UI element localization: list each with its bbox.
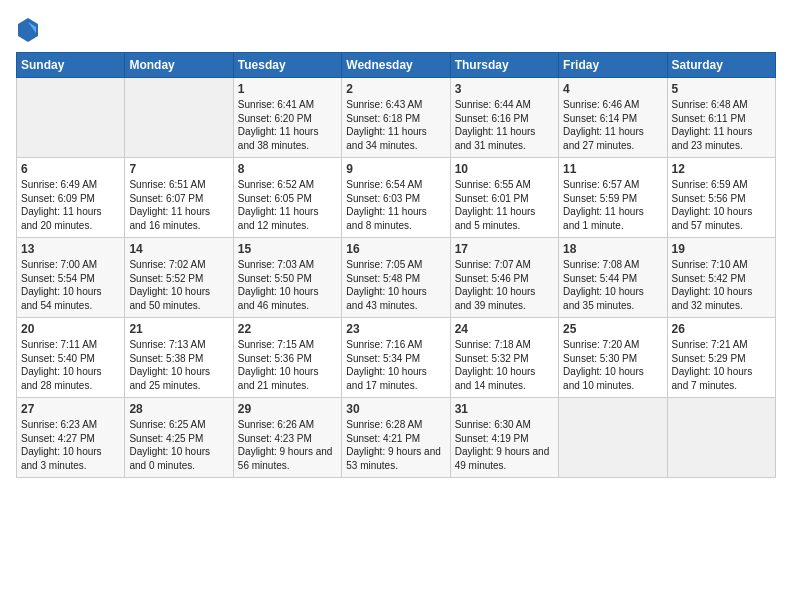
day-number: 22 xyxy=(238,322,337,336)
day-number: 5 xyxy=(672,82,771,96)
day-info: Sunrise: 7:03 AM Sunset: 5:50 PM Dayligh… xyxy=(238,258,337,312)
day-info: Sunrise: 6:23 AM Sunset: 4:27 PM Dayligh… xyxy=(21,418,120,472)
calendar-cell: 27Sunrise: 6:23 AM Sunset: 4:27 PM Dayli… xyxy=(17,398,125,478)
day-number: 29 xyxy=(238,402,337,416)
day-number: 9 xyxy=(346,162,445,176)
calendar-cell: 22Sunrise: 7:15 AM Sunset: 5:36 PM Dayli… xyxy=(233,318,341,398)
calendar-cell: 23Sunrise: 7:16 AM Sunset: 5:34 PM Dayli… xyxy=(342,318,450,398)
day-number: 15 xyxy=(238,242,337,256)
day-info: Sunrise: 7:00 AM Sunset: 5:54 PM Dayligh… xyxy=(21,258,120,312)
calendar-cell xyxy=(559,398,667,478)
day-number: 19 xyxy=(672,242,771,256)
day-info: Sunrise: 7:18 AM Sunset: 5:32 PM Dayligh… xyxy=(455,338,554,392)
calendar-cell: 6Sunrise: 6:49 AM Sunset: 6:09 PM Daylig… xyxy=(17,158,125,238)
day-header-thursday: Thursday xyxy=(450,53,558,78)
day-number: 26 xyxy=(672,322,771,336)
logo-icon xyxy=(16,16,40,44)
calendar-cell: 15Sunrise: 7:03 AM Sunset: 5:50 PM Dayli… xyxy=(233,238,341,318)
day-info: Sunrise: 6:30 AM Sunset: 4:19 PM Dayligh… xyxy=(455,418,554,472)
day-header-saturday: Saturday xyxy=(667,53,775,78)
calendar-cell xyxy=(125,78,233,158)
day-number: 16 xyxy=(346,242,445,256)
day-number: 10 xyxy=(455,162,554,176)
day-info: Sunrise: 6:46 AM Sunset: 6:14 PM Dayligh… xyxy=(563,98,662,152)
day-number: 17 xyxy=(455,242,554,256)
day-number: 18 xyxy=(563,242,662,256)
calendar-cell: 2Sunrise: 6:43 AM Sunset: 6:18 PM Daylig… xyxy=(342,78,450,158)
calendar-week-row: 27Sunrise: 6:23 AM Sunset: 4:27 PM Dayli… xyxy=(17,398,776,478)
calendar-cell: 13Sunrise: 7:00 AM Sunset: 5:54 PM Dayli… xyxy=(17,238,125,318)
day-number: 1 xyxy=(238,82,337,96)
calendar-cell: 26Sunrise: 7:21 AM Sunset: 5:29 PM Dayli… xyxy=(667,318,775,398)
day-number: 28 xyxy=(129,402,228,416)
day-info: Sunrise: 7:15 AM Sunset: 5:36 PM Dayligh… xyxy=(238,338,337,392)
day-info: Sunrise: 6:41 AM Sunset: 6:20 PM Dayligh… xyxy=(238,98,337,152)
day-number: 11 xyxy=(563,162,662,176)
calendar-cell xyxy=(667,398,775,478)
day-info: Sunrise: 6:59 AM Sunset: 5:56 PM Dayligh… xyxy=(672,178,771,232)
calendar-cell: 16Sunrise: 7:05 AM Sunset: 5:48 PM Dayli… xyxy=(342,238,450,318)
day-number: 14 xyxy=(129,242,228,256)
day-info: Sunrise: 6:52 AM Sunset: 6:05 PM Dayligh… xyxy=(238,178,337,232)
day-header-friday: Friday xyxy=(559,53,667,78)
calendar-cell: 24Sunrise: 7:18 AM Sunset: 5:32 PM Dayli… xyxy=(450,318,558,398)
calendar-cell: 4Sunrise: 6:46 AM Sunset: 6:14 PM Daylig… xyxy=(559,78,667,158)
day-number: 20 xyxy=(21,322,120,336)
day-number: 6 xyxy=(21,162,120,176)
day-number: 13 xyxy=(21,242,120,256)
calendar-week-row: 13Sunrise: 7:00 AM Sunset: 5:54 PM Dayli… xyxy=(17,238,776,318)
day-info: Sunrise: 7:02 AM Sunset: 5:52 PM Dayligh… xyxy=(129,258,228,312)
calendar-cell: 14Sunrise: 7:02 AM Sunset: 5:52 PM Dayli… xyxy=(125,238,233,318)
calendar-cell: 20Sunrise: 7:11 AM Sunset: 5:40 PM Dayli… xyxy=(17,318,125,398)
day-info: Sunrise: 6:51 AM Sunset: 6:07 PM Dayligh… xyxy=(129,178,228,232)
day-number: 7 xyxy=(129,162,228,176)
day-header-tuesday: Tuesday xyxy=(233,53,341,78)
day-number: 2 xyxy=(346,82,445,96)
calendar-cell: 7Sunrise: 6:51 AM Sunset: 6:07 PM Daylig… xyxy=(125,158,233,238)
calendar-week-row: 6Sunrise: 6:49 AM Sunset: 6:09 PM Daylig… xyxy=(17,158,776,238)
calendar-table: SundayMondayTuesdayWednesdayThursdayFrid… xyxy=(16,52,776,478)
day-info: Sunrise: 7:05 AM Sunset: 5:48 PM Dayligh… xyxy=(346,258,445,312)
day-number: 31 xyxy=(455,402,554,416)
day-info: Sunrise: 7:11 AM Sunset: 5:40 PM Dayligh… xyxy=(21,338,120,392)
calendar-cell: 9Sunrise: 6:54 AM Sunset: 6:03 PM Daylig… xyxy=(342,158,450,238)
calendar-cell xyxy=(17,78,125,158)
day-info: Sunrise: 7:07 AM Sunset: 5:46 PM Dayligh… xyxy=(455,258,554,312)
day-info: Sunrise: 6:26 AM Sunset: 4:23 PM Dayligh… xyxy=(238,418,337,472)
calendar-cell: 25Sunrise: 7:20 AM Sunset: 5:30 PM Dayli… xyxy=(559,318,667,398)
day-number: 4 xyxy=(563,82,662,96)
day-header-monday: Monday xyxy=(125,53,233,78)
day-info: Sunrise: 6:43 AM Sunset: 6:18 PM Dayligh… xyxy=(346,98,445,152)
day-info: Sunrise: 6:54 AM Sunset: 6:03 PM Dayligh… xyxy=(346,178,445,232)
calendar-cell: 11Sunrise: 6:57 AM Sunset: 5:59 PM Dayli… xyxy=(559,158,667,238)
calendar-cell: 18Sunrise: 7:08 AM Sunset: 5:44 PM Dayli… xyxy=(559,238,667,318)
calendar-cell: 31Sunrise: 6:30 AM Sunset: 4:19 PM Dayli… xyxy=(450,398,558,478)
calendar-cell: 5Sunrise: 6:48 AM Sunset: 6:11 PM Daylig… xyxy=(667,78,775,158)
day-info: Sunrise: 6:25 AM Sunset: 4:25 PM Dayligh… xyxy=(129,418,228,472)
calendar-cell: 8Sunrise: 6:52 AM Sunset: 6:05 PM Daylig… xyxy=(233,158,341,238)
calendar-cell: 1Sunrise: 6:41 AM Sunset: 6:20 PM Daylig… xyxy=(233,78,341,158)
calendar-cell: 21Sunrise: 7:13 AM Sunset: 5:38 PM Dayli… xyxy=(125,318,233,398)
day-info: Sunrise: 6:49 AM Sunset: 6:09 PM Dayligh… xyxy=(21,178,120,232)
day-number: 21 xyxy=(129,322,228,336)
calendar-cell: 10Sunrise: 6:55 AM Sunset: 6:01 PM Dayli… xyxy=(450,158,558,238)
calendar-header-row: SundayMondayTuesdayWednesdayThursdayFrid… xyxy=(17,53,776,78)
day-number: 12 xyxy=(672,162,771,176)
day-info: Sunrise: 6:44 AM Sunset: 6:16 PM Dayligh… xyxy=(455,98,554,152)
day-number: 8 xyxy=(238,162,337,176)
calendar-cell: 12Sunrise: 6:59 AM Sunset: 5:56 PM Dayli… xyxy=(667,158,775,238)
calendar-cell: 19Sunrise: 7:10 AM Sunset: 5:42 PM Dayli… xyxy=(667,238,775,318)
calendar-week-row: 20Sunrise: 7:11 AM Sunset: 5:40 PM Dayli… xyxy=(17,318,776,398)
day-info: Sunrise: 6:57 AM Sunset: 5:59 PM Dayligh… xyxy=(563,178,662,232)
day-header-wednesday: Wednesday xyxy=(342,53,450,78)
day-info: Sunrise: 7:20 AM Sunset: 5:30 PM Dayligh… xyxy=(563,338,662,392)
calendar-cell: 17Sunrise: 7:07 AM Sunset: 5:46 PM Dayli… xyxy=(450,238,558,318)
calendar-cell: 29Sunrise: 6:26 AM Sunset: 4:23 PM Dayli… xyxy=(233,398,341,478)
day-info: Sunrise: 6:28 AM Sunset: 4:21 PM Dayligh… xyxy=(346,418,445,472)
calendar-cell: 3Sunrise: 6:44 AM Sunset: 6:16 PM Daylig… xyxy=(450,78,558,158)
day-info: Sunrise: 7:21 AM Sunset: 5:29 PM Dayligh… xyxy=(672,338,771,392)
calendar-cell: 28Sunrise: 6:25 AM Sunset: 4:25 PM Dayli… xyxy=(125,398,233,478)
calendar-week-row: 1Sunrise: 6:41 AM Sunset: 6:20 PM Daylig… xyxy=(17,78,776,158)
day-info: Sunrise: 6:48 AM Sunset: 6:11 PM Dayligh… xyxy=(672,98,771,152)
page-header xyxy=(16,16,776,44)
